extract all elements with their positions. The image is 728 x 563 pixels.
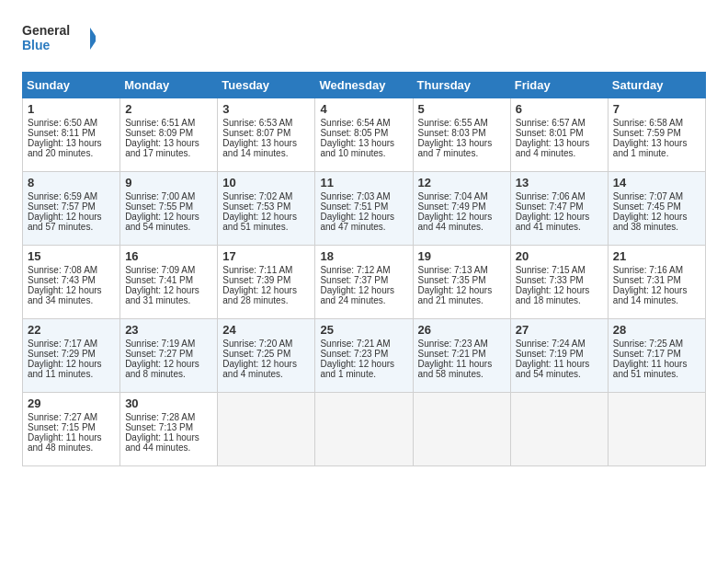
cell-line: Daylight: 12 hours: [320, 285, 407, 295]
cell-line: Daylight: 12 hours: [418, 285, 506, 295]
calendar-cell: [218, 393, 315, 466]
cell-line: Sunrise: 6:50 AM: [28, 118, 115, 128]
calendar-cell: 8Sunrise: 6:59 AMSunset: 7:57 PMDaylight…: [23, 172, 120, 246]
cell-line: and 21 minutes.: [418, 295, 506, 305]
calendar-cell: 3Sunrise: 6:53 AMSunset: 8:07 PMDaylight…: [218, 98, 315, 172]
cell-line: Sunset: 8:07 PM: [222, 128, 310, 138]
calendar-cell: 18Sunrise: 7:12 AMSunset: 7:37 PMDayligh…: [315, 246, 413, 319]
calendar-cell: 9Sunrise: 7:00 AMSunset: 7:55 PMDaylight…: [120, 172, 218, 246]
cell-line: Sunrise: 7:11 AM: [222, 265, 310, 275]
cell-line: Sunset: 7:17 PM: [613, 349, 700, 359]
cell-line: and 54 minutes.: [125, 222, 212, 232]
calendar-cell: 21Sunrise: 7:16 AMSunset: 7:31 PMDayligh…: [608, 246, 705, 319]
cell-line: Sunrise: 7:09 AM: [125, 265, 212, 275]
cell-line: and 1 minute.: [320, 369, 407, 379]
svg-text:General: General: [22, 23, 70, 38]
cell-line: Sunset: 7:41 PM: [125, 275, 212, 285]
cell-line: Daylight: 11 hours: [418, 359, 506, 369]
cell-line: Sunrise: 7:28 AM: [125, 412, 212, 422]
day-number: 23: [125, 323, 212, 337]
cell-line: Daylight: 13 hours: [28, 138, 115, 148]
calendar-cell: 1Sunrise: 6:50 AMSunset: 8:11 PMDaylight…: [23, 98, 120, 172]
cell-line: Sunset: 7:33 PM: [516, 275, 603, 285]
cell-line: Sunrise: 7:17 AM: [28, 339, 115, 349]
cell-line: and 14 minutes.: [222, 148, 310, 158]
cell-line: and 48 minutes.: [28, 442, 115, 453]
day-number: 29: [28, 396, 115, 410]
day-number: 15: [28, 249, 115, 263]
cell-line: Sunrise: 6:58 AM: [613, 118, 700, 128]
cell-line: Sunset: 7:25 PM: [222, 349, 310, 359]
cell-line: and 54 minutes.: [516, 369, 603, 379]
cell-line: Daylight: 12 hours: [516, 285, 603, 295]
cell-line: Sunset: 7:35 PM: [418, 275, 506, 285]
calendar-cell: [608, 393, 705, 466]
cell-line: and 51 minutes.: [222, 222, 310, 232]
cell-line: Daylight: 11 hours: [28, 432, 115, 442]
calendar-cell: 14Sunrise: 7:07 AMSunset: 7:45 PMDayligh…: [608, 172, 705, 246]
day-number: 7: [613, 102, 700, 116]
calendar-week-5: 29Sunrise: 7:27 AMSunset: 7:15 PMDayligh…: [23, 393, 706, 466]
cell-line: Sunrise: 7:19 AM: [125, 339, 212, 349]
cell-line: and 31 minutes.: [125, 295, 212, 305]
cell-line: Daylight: 13 hours: [613, 138, 700, 148]
day-number: 25: [320, 323, 407, 337]
col-header-tuesday: Tuesday: [218, 73, 315, 98]
cell-line: and 14 minutes.: [613, 295, 700, 305]
cell-line: Sunset: 7:49 PM: [418, 201, 506, 212]
cell-line: Sunset: 7:37 PM: [320, 275, 407, 285]
cell-line: Daylight: 12 hours: [125, 212, 212, 222]
calendar-cell: 20Sunrise: 7:15 AMSunset: 7:33 PMDayligh…: [510, 246, 608, 319]
cell-line: Daylight: 12 hours: [418, 212, 506, 222]
calendar-cell: 30Sunrise: 7:28 AMSunset: 7:13 PMDayligh…: [120, 393, 218, 466]
cell-line: Sunrise: 6:59 AM: [28, 191, 115, 201]
calendar-body: 1Sunrise: 6:50 AMSunset: 8:11 PMDaylight…: [23, 98, 706, 466]
cell-line: Sunset: 7:45 PM: [613, 201, 700, 212]
day-number: 13: [516, 176, 603, 190]
cell-line: Sunset: 7:51 PM: [320, 201, 407, 212]
cell-line: Sunrise: 7:03 AM: [320, 191, 407, 201]
calendar-cell: 4Sunrise: 6:54 AMSunset: 8:05 PMDaylight…: [315, 98, 413, 172]
calendar-cell: 27Sunrise: 7:24 AMSunset: 7:19 PMDayligh…: [510, 319, 608, 393]
day-number: 4: [320, 102, 407, 116]
cell-line: Sunset: 7:57 PM: [28, 201, 115, 212]
cell-line: Sunset: 7:55 PM: [125, 201, 212, 212]
cell-line: Sunrise: 7:24 AM: [516, 339, 603, 349]
cell-line: Sunrise: 7:21 AM: [320, 339, 407, 349]
calendar-cell: 22Sunrise: 7:17 AMSunset: 7:29 PMDayligh…: [23, 319, 120, 393]
cell-line: and 20 minutes.: [28, 148, 115, 158]
cell-line: Daylight: 12 hours: [125, 359, 212, 369]
calendar-cell: 12Sunrise: 7:04 AMSunset: 7:49 PMDayligh…: [413, 172, 510, 246]
day-number: 10: [222, 176, 310, 190]
cell-line: and 8 minutes.: [125, 369, 212, 379]
day-number: 27: [516, 323, 603, 337]
cell-line: and 24 minutes.: [320, 295, 407, 305]
cell-line: and 4 minutes.: [222, 369, 310, 379]
cell-line: Sunrise: 7:23 AM: [418, 339, 506, 349]
cell-line: Sunset: 7:19 PM: [516, 349, 603, 359]
day-number: 26: [418, 323, 506, 337]
cell-line: Sunset: 7:29 PM: [28, 349, 115, 359]
cell-line: Sunrise: 7:00 AM: [125, 191, 212, 201]
cell-line: Sunset: 7:47 PM: [516, 201, 603, 212]
day-number: 30: [125, 396, 212, 410]
day-number: 8: [28, 176, 115, 190]
cell-line: Sunrise: 7:13 AM: [418, 265, 506, 275]
cell-line: Daylight: 12 hours: [222, 359, 310, 369]
cell-line: Daylight: 12 hours: [320, 359, 407, 369]
calendar-cell: [315, 393, 413, 466]
calendar-week-4: 22Sunrise: 7:17 AMSunset: 7:29 PMDayligh…: [23, 319, 706, 393]
col-header-wednesday: Wednesday: [315, 73, 413, 98]
cell-line: and 7 minutes.: [418, 148, 506, 158]
cell-line: Sunset: 8:11 PM: [28, 128, 115, 138]
day-number: 20: [516, 249, 603, 263]
day-number: 24: [222, 323, 310, 337]
day-number: 22: [28, 323, 115, 337]
cell-line: Daylight: 12 hours: [125, 285, 212, 295]
calendar-cell: [510, 393, 608, 466]
cell-line: Sunset: 7:39 PM: [222, 275, 310, 285]
cell-line: Daylight: 12 hours: [320, 212, 407, 222]
day-number: 18: [320, 249, 407, 263]
day-number: 9: [125, 176, 212, 190]
day-number: 19: [418, 249, 506, 263]
